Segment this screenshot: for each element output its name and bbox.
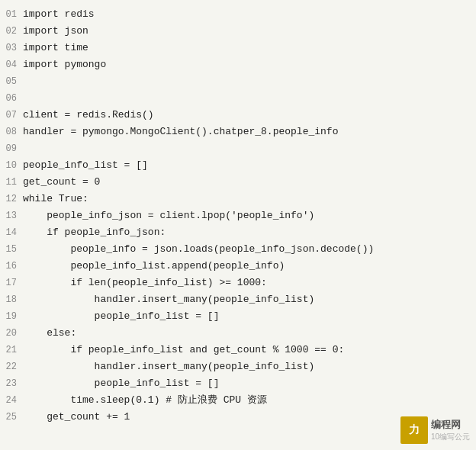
line-content: while True: (23, 191, 476, 207)
code-line: 21 if people_info_list and get_count % 1… (0, 342, 476, 358)
code-lines: 01import redis02import json03import time… (0, 6, 476, 426)
line-number: 06 (0, 90, 23, 107)
line-content: people_info_list = [] (23, 308, 476, 325)
line-number: 12 (0, 191, 23, 207)
line-content: if len(people_info_list) >= 1000: (23, 275, 476, 291)
line-content: import time (23, 40, 476, 56)
line-content: people_info_list = [] (23, 157, 476, 174)
line-number: 05 (0, 73, 23, 90)
line-number: 11 (0, 174, 23, 191)
code-line: 20 else: (0, 325, 476, 342)
line-number: 19 (0, 308, 23, 325)
code-line: 02import json (0, 23, 476, 40)
watermark-site: 编程网 (431, 418, 470, 432)
line-number: 24 (0, 392, 23, 409)
code-line: 01import redis (0, 6, 476, 23)
line-number: 08 (0, 124, 23, 140)
line-content: if people_info_list and get_count % 1000… (23, 342, 476, 358)
code-line: 03import time (0, 40, 476, 56)
line-content: people_info_list = [] (23, 375, 476, 392)
code-line: 19 people_info_list = [] (0, 308, 476, 325)
code-line: 23 people_info_list = [] (0, 375, 476, 392)
line-content: handler.insert_many(people_info_list) (23, 358, 476, 375)
line-content: import pymongo (23, 56, 476, 73)
line-number: 15 (0, 241, 23, 258)
line-number: 16 (0, 258, 23, 275)
code-line: 08handler = pymongo.MongoClient().chatpe… (0, 124, 476, 140)
line-number: 22 (0, 358, 23, 375)
line-content: time.sleep(0.1) # 防止浪费 CPU 资源 (23, 392, 476, 409)
code-line: 22 handler.insert_many(people_info_list) (0, 358, 476, 375)
line-content: get_count = 0 (23, 174, 476, 191)
line-number: 03 (0, 40, 23, 56)
code-line: 15 people_info = json.loads(people_info_… (0, 241, 476, 258)
line-number: 25 (0, 409, 23, 426)
code-line: 10people_info_list = [] (0, 157, 476, 174)
watermark: 力 编程网 10编写公元 (400, 416, 470, 444)
line-content: people_info_json = client.lpop('people_i… (23, 207, 476, 224)
line-content: import json (23, 23, 476, 40)
code-line: 07client = redis.Redis() (0, 107, 476, 124)
line-content: handler = pymongo.MongoClient().chatper_… (23, 124, 476, 140)
line-number: 02 (0, 23, 23, 40)
line-number: 14 (0, 224, 23, 241)
line-number: 04 (0, 56, 23, 73)
line-number: 18 (0, 291, 23, 308)
line-number: 07 (0, 107, 23, 124)
code-line: 04import pymongo (0, 56, 476, 73)
code-line: 09 (0, 140, 476, 157)
code-line: 14 if people_info_json: (0, 224, 476, 241)
watermark-sub: 10编写公元 (431, 432, 470, 442)
line-content: handler.insert_many(people_info_list) (23, 291, 476, 308)
code-line: 13 people_info_json = client.lpop('peopl… (0, 207, 476, 224)
line-content: people_info_list.append(people_info) (23, 258, 476, 275)
code-line: 05 (0, 73, 476, 90)
watermark-text: 编程网 10编写公元 (431, 418, 470, 442)
line-content: import redis (23, 6, 476, 23)
code-line: 06 (0, 90, 476, 107)
line-number: 13 (0, 207, 23, 224)
line-content: client = redis.Redis() (23, 107, 476, 124)
line-number: 09 (0, 140, 23, 157)
watermark-logo: 力 (400, 416, 428, 444)
line-number: 21 (0, 342, 23, 358)
code-container: 01import redis02import json03import time… (0, 0, 476, 450)
code-line: 12while True: (0, 191, 476, 207)
line-number: 23 (0, 375, 23, 392)
code-line: 11get_count = 0 (0, 174, 476, 191)
code-line: 16 people_info_list.append(people_info) (0, 258, 476, 275)
line-number: 17 (0, 275, 23, 291)
code-line: 17 if len(people_info_list) >= 1000: (0, 275, 476, 291)
line-number: 20 (0, 325, 23, 342)
code-line: 18 handler.insert_many(people_info_list) (0, 291, 476, 308)
line-content: else: (23, 325, 476, 342)
line-content: people_info = json.loads(people_info_jso… (23, 241, 476, 258)
line-number: 10 (0, 157, 23, 174)
line-number: 01 (0, 6, 23, 23)
line-content: if people_info_json: (23, 224, 476, 241)
code-line: 24 time.sleep(0.1) # 防止浪费 CPU 资源 (0, 392, 476, 409)
